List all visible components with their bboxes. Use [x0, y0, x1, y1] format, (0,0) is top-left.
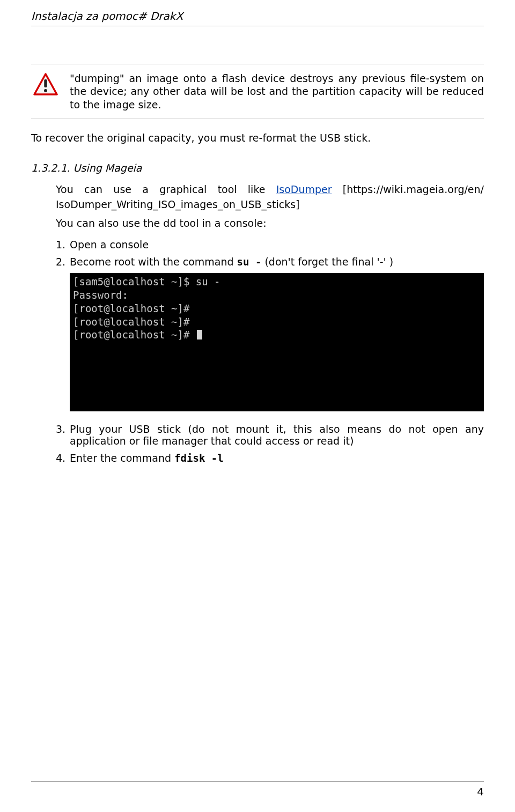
word: tool: [218, 183, 237, 195]
svg-rect-1: [44, 79, 47, 87]
page-header-title: Instalacja za pomoc# DrakX: [31, 10, 484, 23]
graphical-tool-line2: IsoDumper_Writing_ISO_images_on_USB_stic…: [56, 198, 484, 211]
prompt: [root@localhost ~]#: [73, 329, 196, 341]
inline-command: su -: [237, 256, 262, 268]
ordered-list-a: 1. Open a console 2. Become root with th…: [56, 239, 484, 268]
list-item: 2. Become root with the command su - (do…: [56, 256, 484, 268]
list-num: 4.: [56, 452, 70, 464]
header-rule: [31, 26, 484, 26]
warning-icon: [31, 72, 60, 111]
terminal-screenshot: [sam5@localhost ~]$ su - Password: [root…: [70, 273, 484, 411]
list-body: Open a console: [70, 239, 484, 250]
list-item: 3. Plug your USB stick (do not mount it,…: [56, 423, 484, 447]
terminal-line: [sam5@localhost ~]$ su -: [73, 275, 481, 289]
page-number: 4: [31, 785, 484, 798]
recover-paragraph: To recover the original capacity, you mu…: [31, 132, 484, 144]
text: Enter the command: [70, 452, 174, 464]
dd-paragraph: You can also use the dd tool in a consol…: [56, 217, 484, 229]
graphical-tool-line1: You can use a graphical tool like IsoDum…: [56, 183, 484, 196]
section-heading: 1.3.2.1. Using Mageia: [31, 162, 484, 174]
admon-bottom-rule: [31, 119, 484, 119]
text: (don't forget the final '-' ): [261, 256, 393, 268]
word: graphical: [159, 183, 207, 195]
word: a: [142, 183, 149, 195]
ordered-list-b: 3. Plug your USB stick (do not mount it,…: [56, 423, 484, 464]
terminal-line: Password:: [73, 289, 481, 302]
word: You: [56, 183, 73, 195]
terminal-line: [root@localhost ~]#: [73, 315, 481, 329]
inline-command: fdisk -l: [174, 452, 224, 464]
url-prefix: [https://wiki.mageia.org/en/: [343, 183, 484, 195]
word: use: [113, 183, 131, 195]
terminal-line: [root@localhost ~]#: [73, 302, 481, 315]
list-item: 1. Open a console: [56, 239, 484, 250]
section-number: 1.3.2.1.: [31, 162, 70, 174]
word: can: [84, 183, 102, 195]
page-footer: 4: [31, 781, 484, 798]
footer-rule: [31, 781, 484, 782]
list-num: 1.: [56, 239, 70, 250]
list-num: 3.: [56, 423, 70, 447]
section-title: Using Mageia: [73, 162, 142, 174]
terminal-line: [root@localhost ~]#: [73, 328, 481, 342]
warning-admonition: "dumping" an image onto a flash device d…: [31, 64, 484, 119]
list-body: Become root with the command su - (don't…: [70, 256, 484, 268]
text: Become root with the command: [70, 256, 237, 268]
list-item: 4. Enter the command fdisk -l: [56, 452, 484, 464]
word: like: [248, 183, 266, 195]
list-body: Enter the command fdisk -l: [70, 452, 484, 464]
list-body: Plug your USB stick (do not mount it, th…: [70, 423, 484, 447]
isodumper-link[interactable]: IsoDumper: [276, 183, 332, 195]
cursor-icon: [197, 330, 202, 339]
svg-point-2: [44, 89, 47, 92]
warning-text: "dumping" an image onto a flash device d…: [70, 72, 484, 111]
list-num: 2.: [56, 256, 70, 268]
